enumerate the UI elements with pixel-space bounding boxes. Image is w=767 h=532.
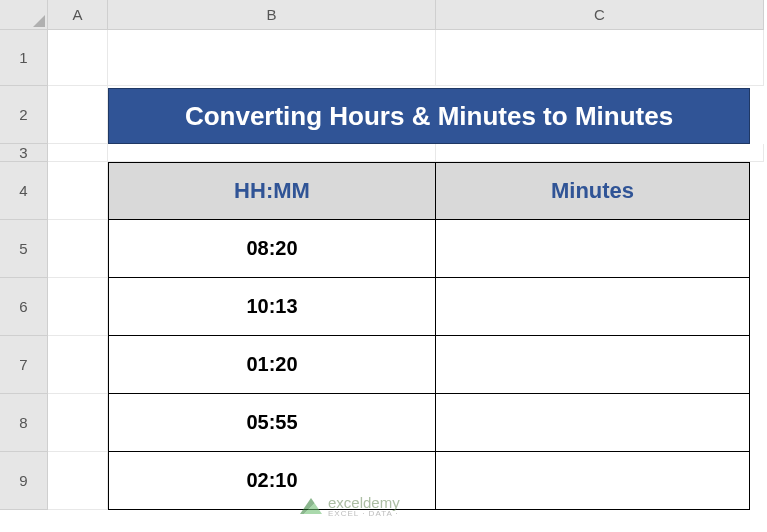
- cell-A7[interactable]: [48, 336, 108, 394]
- cell-C8[interactable]: [436, 394, 750, 452]
- cell-B5[interactable]: 08:20: [108, 220, 436, 278]
- row-header-5[interactable]: 5: [0, 220, 48, 278]
- row-header-2[interactable]: 2: [0, 86, 48, 144]
- title-banner[interactable]: Converting Hours & Minutes to Minutes: [108, 88, 750, 144]
- cell-A5[interactable]: [48, 220, 108, 278]
- cell-B7[interactable]: 01:20: [108, 336, 436, 394]
- cell-A9[interactable]: [48, 452, 108, 510]
- row-header-3[interactable]: 3: [0, 144, 48, 162]
- cell-C6[interactable]: [436, 278, 750, 336]
- table-header-minutes[interactable]: Minutes: [436, 162, 750, 220]
- cell-A6[interactable]: [48, 278, 108, 336]
- cell-B6[interactable]: 10:13: [108, 278, 436, 336]
- row-header-7[interactable]: 7: [0, 336, 48, 394]
- cell-B3[interactable]: [108, 144, 436, 162]
- col-header-A[interactable]: A: [48, 0, 108, 30]
- row-header-9[interactable]: 9: [0, 452, 48, 510]
- cell-C5[interactable]: [436, 220, 750, 278]
- cell-A3[interactable]: [48, 144, 108, 162]
- table-header-hhmm[interactable]: HH:MM: [108, 162, 436, 220]
- row-header-6[interactable]: 6: [0, 278, 48, 336]
- cell-C3[interactable]: [436, 144, 764, 162]
- spreadsheet-grid[interactable]: A B C 1 2 3 4 5 6 7 8 9 Converting Hours…: [0, 0, 767, 510]
- select-all-corner[interactable]: [0, 0, 48, 30]
- col-header-B[interactable]: B: [108, 0, 436, 30]
- row-header-8[interactable]: 8: [0, 394, 48, 452]
- watermark-tag: EXCEL · DATA ·: [328, 509, 400, 518]
- cell-B8[interactable]: 05:55: [108, 394, 436, 452]
- row-header-4[interactable]: 4: [0, 162, 48, 220]
- cell-C9[interactable]: [436, 452, 750, 510]
- watermark-logo-icon: [300, 498, 322, 514]
- watermark: exceldemy EXCEL · DATA ·: [300, 494, 400, 518]
- cell-C1[interactable]: [436, 30, 764, 86]
- row-header-1[interactable]: 1: [0, 30, 48, 86]
- cell-A8[interactable]: [48, 394, 108, 452]
- cell-A1[interactable]: [48, 30, 108, 86]
- cell-C7[interactable]: [436, 336, 750, 394]
- cell-A2[interactable]: [48, 86, 108, 144]
- col-header-C[interactable]: C: [436, 0, 764, 30]
- cell-B1[interactable]: [108, 30, 436, 86]
- cell-A4[interactable]: [48, 162, 108, 220]
